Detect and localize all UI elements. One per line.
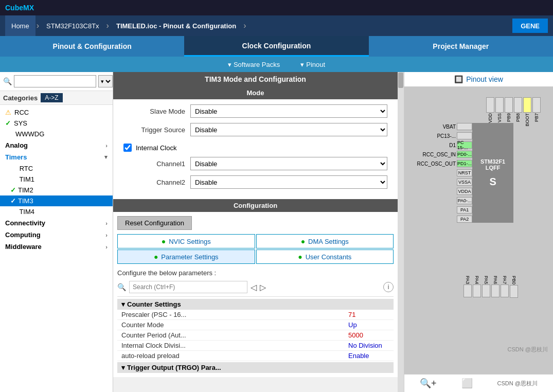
pin-box-vdda: VDDA <box>457 188 472 195</box>
tim-panel: TIM3 Mode and Configuration Mode Slave M… <box>113 72 398 392</box>
tab-pinout[interactable]: Pinout & Configuration <box>0 36 184 57</box>
pin-box-vssa: VSSA <box>457 179 472 186</box>
sidebar-group-computing[interactable]: Computing › <box>0 229 113 241</box>
fit-view-button[interactable]: ⬜ <box>461 378 473 389</box>
internal-clock-checkbox[interactable] <box>123 144 132 152</box>
sidebar-group-timers[interactable]: Timers ▾ <box>0 151 113 163</box>
pin-pd1: RCC_OSC_OUT PD1-... <box>417 160 473 167</box>
search-bar: 🔍 ▾ ⚙ <box>0 72 113 91</box>
nav-prev-icon[interactable]: ◁ <box>251 282 257 292</box>
sidebar-item-rcc[interactable]: ⚠ RCC <box>0 107 113 118</box>
reset-config-button[interactable]: Reset Configuration <box>117 216 192 230</box>
pin-vdd: VDD <box>486 97 494 127</box>
sidebar-item-rtc[interactable]: RTC <box>0 163 113 174</box>
pinout-view-area: VDD VSS PB9 PB8 <box>404 87 553 374</box>
trigger-source-select[interactable]: Disable <box>190 123 387 136</box>
sub-tab-pinout[interactable]: ▾ Pinout <box>300 61 325 68</box>
breadcrumb-device[interactable]: STM32F103C8Tx <box>40 15 105 36</box>
parameter-settings-tab[interactable]: ● Parameter Settings <box>117 250 255 264</box>
sub-tab-software[interactable]: ▾ Software Packs <box>228 61 280 68</box>
sidebar-item-sys[interactable]: ✓ SYS <box>0 118 113 129</box>
search-input[interactable] <box>14 75 96 87</box>
tab-clock[interactable]: Clock Configuration <box>184 36 368 57</box>
dma-settings-tab[interactable]: ● DMA Settings <box>256 234 394 248</box>
pin-boot: BOOT <box>523 97 531 127</box>
pin-box-pd0: PD0-... <box>457 151 472 158</box>
sidebar-item-label: RCC <box>14 109 29 116</box>
pin-pb7: PB7 <box>532 97 541 127</box>
sidebar-item-tim1[interactable]: TIM1 <box>0 174 113 185</box>
trigger-source-row: Trigger Source Disable <box>123 123 387 136</box>
categories-bar: Categories A->Z <box>0 91 113 105</box>
pin-vss: VSS <box>495 97 504 127</box>
chip-center: STM32F1 LQFF S <box>472 123 513 223</box>
sidebar-item-tim4[interactable]: TIM4 <box>0 206 113 217</box>
top-bar: CubeMX <box>0 0 553 15</box>
pin-pa2: PA2 <box>427 216 472 223</box>
pin-box-pb7 <box>532 97 541 113</box>
csdn-watermark: CSDN @思枝川 <box>497 380 538 387</box>
expand-icon: ▾ <box>121 300 125 308</box>
chevron-right-icon: › <box>105 142 108 149</box>
az-sort-button[interactable]: A->Z <box>41 93 62 102</box>
pin-pb9: PB9 <box>505 97 513 127</box>
channel1-label: Channel1 <box>123 160 185 168</box>
sidebar-item-tim2[interactable]: ✓ TIM2 <box>0 185 113 195</box>
user-constants-tab[interactable]: ● User Constants <box>256 250 394 264</box>
pin-pb0: PB0 <box>510 276 518 298</box>
vertical-scrollbar[interactable] <box>398 72 404 392</box>
sidebar-group-middleware[interactable]: Middleware › <box>0 241 113 253</box>
zoom-in-button[interactable]: 🔍+ <box>420 378 437 389</box>
check-circle-user: ● <box>298 253 302 261</box>
counter-settings-header[interactable]: ▾ Counter Settings <box>117 299 394 310</box>
tim-panel-title: TIM3 Mode and Configuration <box>113 72 398 86</box>
breadcrumb-file[interactable]: TIMELED.ioc - Pinout & Configuration <box>110 15 242 36</box>
breadcrumb-home[interactable]: Home <box>5 15 35 36</box>
params-table: Prescaler (PSC - 16... 71 Counter Mode U… <box>117 310 394 361</box>
info-icon[interactable]: i <box>383 282 394 292</box>
nvic-settings-tab[interactable]: ● NVIC Settings <box>117 234 255 248</box>
trigger-output-header[interactable]: ▾ Trigger Output (TRGO) Para... <box>117 362 394 373</box>
pinout-bottom-toolbar: 🔍+ ⬜ CSDN @思枝川 <box>404 374 553 392</box>
slave-mode-row: Slave Mode Disable <box>123 104 387 118</box>
channel2-select[interactable]: Disable <box>190 175 387 189</box>
chevron-down-icon-2: ▾ <box>300 61 304 68</box>
sidebar-item-label: SYS <box>14 119 27 127</box>
pin-box-pa1: PA1 <box>457 206 472 213</box>
breadcrumb: Home › STM32F103C8Tx › TIMELED.ioc - Pin… <box>0 15 553 36</box>
search-params-bar: 🔍 ◁ ▷ i <box>117 279 394 297</box>
config-header: Configuration <box>113 199 398 212</box>
check-circle-nvic: ● <box>162 237 166 245</box>
scroll-thumb[interactable] <box>398 73 403 88</box>
sidebar-group-analog[interactable]: Analog › <box>0 139 113 151</box>
pin-box-vss <box>495 97 504 113</box>
table-row: auto-reload preload Enable <box>117 351 394 361</box>
search-params-input[interactable] <box>129 281 247 293</box>
chevron-right-icon-mid: › <box>105 244 108 250</box>
sidebar-item-wwwdg[interactable]: WWWDG <box>0 129 113 139</box>
settings-tabs: ● NVIC Settings ● DMA Settings ● Paramet… <box>117 234 394 264</box>
check-icon-tim2: ✓ <box>10 186 16 194</box>
search-filter-select[interactable]: ▾ <box>98 75 113 87</box>
tab-project[interactable]: Project Manager <box>369 36 553 57</box>
chevron-down-icon: ▾ <box>228 61 231 68</box>
pin-box-boot <box>523 97 531 113</box>
slave-mode-label: Slave Mode <box>123 108 185 115</box>
mode-body: Slave Mode Disable Trigger Source Disabl… <box>113 99 398 199</box>
pin-box-pa0: PA0-... <box>457 197 472 204</box>
table-row: Prescaler (PSC - 16... 71 <box>117 310 394 320</box>
pinout-panel: 🔲 Pinout view VDD VSS <box>404 72 553 392</box>
sidebar-group-connectivity[interactable]: Connectivity › <box>0 217 113 229</box>
pin-pa0: PA0-... <box>427 197 472 204</box>
pin-nrst: NRST <box>427 169 472 176</box>
pin-box-vbat <box>457 123 472 130</box>
pin-box-pa2: PA2 <box>457 216 472 223</box>
nav-next-icon[interactable]: ▷ <box>260 282 266 292</box>
generate-button[interactable]: GENE <box>512 19 548 33</box>
slave-mode-select[interactable]: Disable <box>190 104 387 118</box>
sidebar-item-tim3[interactable]: ✓ TIM3 <box>0 195 113 206</box>
internal-clock-label: Internal Clock <box>136 144 176 152</box>
sub-tab-bar: ▾ Software Packs ▾ Pinout <box>0 57 553 72</box>
pin-pa4: PA4 <box>473 276 481 298</box>
channel1-select[interactable]: Disable <box>190 157 387 170</box>
